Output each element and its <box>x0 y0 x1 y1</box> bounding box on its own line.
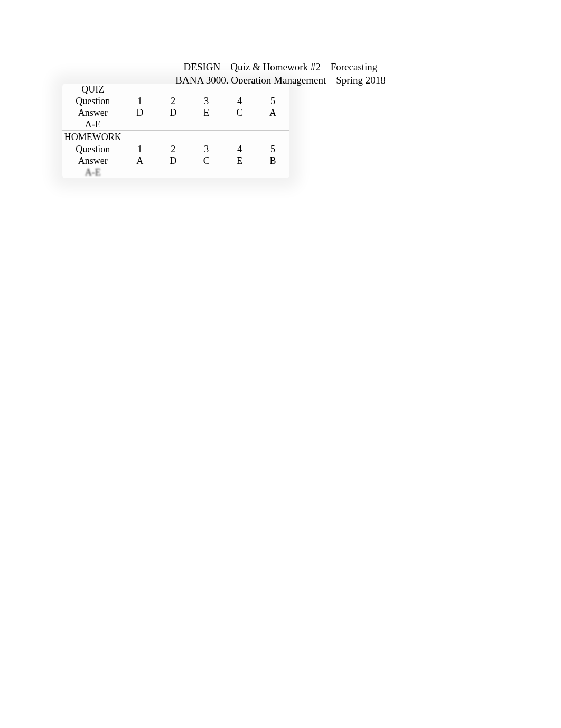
homework-scale-row: A-E <box>62 167 289 178</box>
quiz-question-3: 3 <box>190 95 223 107</box>
quiz-answer-2: D <box>156 107 190 118</box>
homework-scale-label: A-E <box>62 167 123 178</box>
homework-question-3: 3 <box>190 143 223 155</box>
answer-table-container: QUIZ Question 1 2 3 4 5 Answer D D E C A… <box>62 84 289 178</box>
quiz-answer-3: E <box>190 107 223 118</box>
document-header: DESIGN – Quiz & Homework #2 – Forecastin… <box>0 0 561 87</box>
quiz-question-row: Question 1 2 3 4 5 <box>62 95 289 107</box>
homework-answer-5: B <box>256 155 289 167</box>
homework-question-row: Question 1 2 3 4 5 <box>62 143 289 155</box>
homework-answer-4: E <box>223 155 256 167</box>
quiz-question-2: 2 <box>156 95 190 107</box>
homework-title-row: HOMEWORK <box>62 131 289 143</box>
title-line-1: DESIGN – Quiz & Homework #2 – Forecastin… <box>0 61 561 74</box>
quiz-title: QUIZ <box>62 84 123 95</box>
quiz-question-5: 5 <box>256 95 289 107</box>
quiz-answer-label: Answer <box>62 107 123 118</box>
quiz-answer-5: A <box>256 107 289 118</box>
homework-question-2: 2 <box>156 143 190 155</box>
homework-answer-3: C <box>190 155 223 167</box>
homework-title: HOMEWORK <box>62 131 123 143</box>
homework-question-5: 5 <box>256 143 289 155</box>
quiz-answer-4: C <box>223 107 256 118</box>
homework-answer-label: Answer <box>62 155 123 167</box>
homework-question-4: 4 <box>223 143 256 155</box>
quiz-scale-row: A-E <box>62 118 289 131</box>
quiz-question-label: Question <box>62 95 123 107</box>
answer-table: QUIZ Question 1 2 3 4 5 Answer D D E C A… <box>62 84 289 178</box>
homework-question-label: Question <box>62 143 123 155</box>
homework-answer-2: D <box>156 155 190 167</box>
homework-answer-row: Answer A D C E B <box>62 155 289 167</box>
quiz-scale-label: A-E <box>62 118 123 131</box>
quiz-question-1: 1 <box>123 95 156 107</box>
quiz-question-4: 4 <box>223 95 256 107</box>
homework-question-1: 1 <box>123 143 156 155</box>
quiz-answer-row: Answer D D E C A <box>62 107 289 118</box>
quiz-title-row: QUIZ <box>62 84 289 95</box>
homework-answer-1: A <box>123 155 156 167</box>
quiz-answer-1: D <box>123 107 156 118</box>
